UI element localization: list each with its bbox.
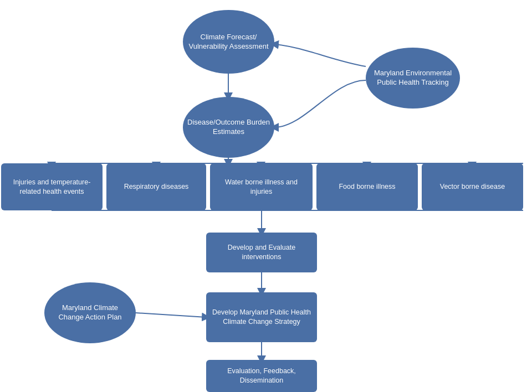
climate-forecast-label: Climate Forecast/ Vulnerability Assessme… [187,33,270,51]
maryland-tracking-label: Maryland Environmental Public Health Tra… [370,69,456,87]
vector-borne-node: Vector borne disease [422,163,523,210]
develop-evaluate-label: Develop and Evaluate interventions [212,243,311,262]
water-borne-label: Water borne illness and injuries [216,178,307,197]
climate-forecast-node: Climate Forecast/ Vulnerability Assessme… [183,10,274,74]
maryland-climate-node: Maryland Climate Change Action Plan [44,282,136,343]
evaluation-node: Evaluation, Feedback, Dissemination [206,360,317,392]
develop-maryland-label: Develop Maryland Public Health Climate C… [212,308,311,327]
disease-outcome-label: Disease/Outcome Burden Estimates [187,118,270,137]
vector-borne-label: Vector borne disease [440,182,505,192]
diagram: Climate Forecast/ Vulnerability Assessme… [0,0,532,392]
svg-line-12 [136,313,206,317]
evaluation-label: Evaluation, Feedback, Dissemination [212,367,311,385]
respiratory-node: Respiratory diseases [106,163,206,210]
injuries-label: Injuries and temperature-related health … [7,178,97,197]
food-borne-node: Food borne illness [316,163,418,210]
food-borne-label: Food borne illness [339,182,395,192]
develop-evaluate-node: Develop and Evaluate interventions [206,233,317,272]
water-borne-node: Water borne illness and injuries [210,163,313,210]
maryland-climate-label: Maryland Climate Change Action Plan [49,303,131,322]
respiratory-label: Respiratory diseases [124,182,189,192]
injuries-node: Injuries and temperature-related health … [1,163,103,210]
maryland-tracking-node: Maryland Environmental Public Health Tra… [366,48,460,109]
develop-maryland-node: Develop Maryland Public Health Climate C… [206,292,317,342]
disease-outcome-node: Disease/Outcome Burden Estimates [183,97,274,158]
